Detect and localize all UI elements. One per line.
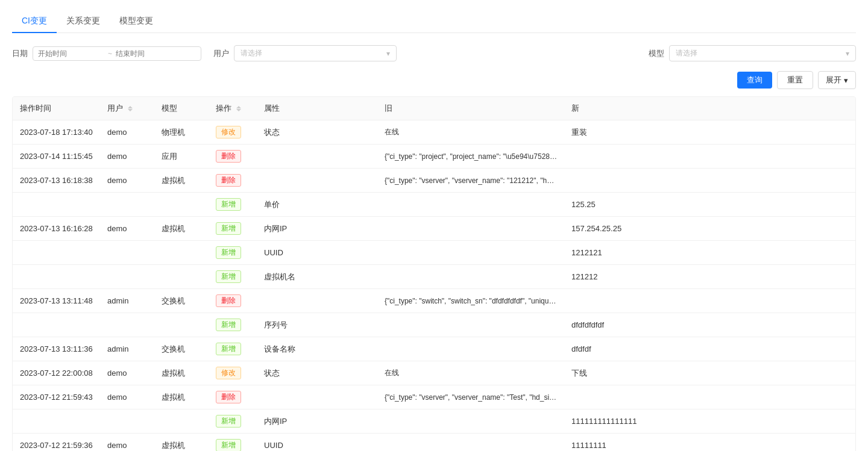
op-badge: 新增: [216, 343, 241, 355]
cell-model: 虚拟机: [154, 385, 209, 409]
cell-attr: [257, 385, 377, 409]
date-range-picker[interactable]: ~: [33, 46, 201, 61]
user-filter-group: 用户 请选择 ▾: [213, 45, 397, 61]
cell-new: 121212: [564, 265, 855, 289]
cell-user: demo: [100, 434, 154, 452]
user-sort-icon[interactable]: [128, 106, 133, 111]
cell-attr: 内网IP: [257, 409, 377, 434]
cell-model: [154, 265, 209, 289]
cell-user: admin: [100, 289, 154, 313]
op-badge: 新增: [216, 246, 241, 259]
expand-button[interactable]: 展开 ▾: [818, 71, 856, 89]
col-header-user: 用户: [100, 97, 154, 120]
change-table: 操作时间 用户 模型 操作: [12, 96, 856, 451]
cell-old: {"ci_type": "vserver", "vserver_name": "…: [377, 385, 564, 409]
cell-time: [13, 241, 100, 265]
cell-time: 2023-07-13 13:11:48: [13, 289, 100, 313]
tab-relation[interactable]: 关系变更: [57, 10, 110, 33]
cell-attr: 单价: [257, 193, 377, 217]
col-header-model: 模型: [154, 97, 209, 120]
page-wrapper: CI变更 关系变更 模型变更 日期 ~ 用户 请选择 ▾ 模型 请选择 ▾: [0, 0, 868, 451]
cell-old: [377, 313, 564, 337]
tab-model[interactable]: 模型变更: [110, 10, 163, 33]
cell-old: [377, 241, 564, 265]
op-badge: 修改: [216, 126, 241, 138]
cell-old: {"ci_type": "project", "project_name": "…: [377, 145, 564, 169]
action-row: 查询 重置 展开 ▾: [12, 71, 856, 89]
cell-new: dfdfdfdfdf: [564, 313, 855, 337]
cell-op: 修改: [209, 120, 257, 145]
cell-model: 交换机: [154, 289, 209, 313]
cell-op: 新增: [209, 409, 257, 434]
tab-ci[interactable]: CI变更: [12, 10, 57, 33]
cell-op: 新增: [209, 265, 257, 289]
cell-old: 在线: [377, 120, 564, 145]
cell-old: {"ci_type": "vserver", "vserver_name": "…: [377, 169, 564, 193]
table-row: 新增 虚拟机名 121212: [13, 265, 855, 289]
cell-attr: 状态: [257, 120, 377, 145]
expand-chevron-icon: ▾: [844, 76, 848, 85]
cell-user: demo: [100, 217, 154, 241]
query-button[interactable]: 查询: [737, 72, 772, 89]
cell-time: 2023-07-13 13:11:36: [13, 337, 100, 361]
date-label: 日期: [12, 48, 28, 59]
model-select[interactable]: 请选择 ▾: [669, 45, 856, 61]
cell-user: admin: [100, 337, 154, 361]
cell-time: [13, 265, 100, 289]
cell-attr: UUID: [257, 434, 377, 452]
user-select-arrow-icon: ▾: [386, 49, 390, 58]
op-badge: 删除: [216, 391, 241, 403]
cell-old: [377, 193, 564, 217]
table-row: 2023-07-18 17:13:40 demo 物理机 修改 状态 在线 重装: [13, 120, 855, 145]
table-row: 2023-07-13 13:11:48 admin 交换机 删除 {"ci_ty…: [13, 289, 855, 313]
user-label: 用户: [213, 48, 229, 59]
table-header-row: 操作时间 用户 模型 操作: [13, 97, 855, 120]
cell-model: [154, 409, 209, 434]
table-row: 2023-07-12 21:59:43 demo 虚拟机 删除 {"ci_typ…: [13, 385, 855, 409]
cell-model: 虚拟机: [154, 169, 209, 193]
cell-op: 新增: [209, 241, 257, 265]
cell-model: [154, 313, 209, 337]
cell-op: 修改: [209, 361, 257, 385]
cell-op: 删除: [209, 145, 257, 169]
cell-time: 2023-07-13 16:18:38: [13, 169, 100, 193]
model-select-arrow-icon: ▾: [846, 49, 849, 58]
col-header-new: 新: [564, 97, 855, 120]
op-sort-icon[interactable]: [236, 106, 241, 111]
tabs-bar: CI变更 关系变更 模型变更: [12, 10, 856, 33]
date-start-input[interactable]: [38, 49, 104, 58]
cell-new: [564, 385, 855, 409]
user-select[interactable]: 请选择 ▾: [234, 45, 397, 61]
reset-button[interactable]: 重置: [777, 71, 813, 89]
cell-new: 125.25: [564, 193, 855, 217]
cell-op: 删除: [209, 289, 257, 313]
table-row: 新增 序列号 dfdfdfdfdf: [13, 313, 855, 337]
filter-row: 日期 ~ 用户 请选择 ▾ 模型 请选择 ▾: [12, 45, 856, 61]
cell-model: 虚拟机: [154, 434, 209, 452]
cell-user: demo: [100, 385, 154, 409]
cell-old: [377, 217, 564, 241]
cell-time: 2023-07-13 16:16:28: [13, 217, 100, 241]
col-header-op: 操作: [209, 97, 257, 120]
cell-old: {"ci_type": "switch", "switch_sn": "dfdf…: [377, 289, 564, 313]
cell-time: [13, 313, 100, 337]
cell-model: 应用: [154, 145, 209, 169]
cell-attr: [257, 145, 377, 169]
cell-time: 2023-07-12 22:00:08: [13, 361, 100, 385]
cell-attr: [257, 169, 377, 193]
cell-op: 新增: [209, 337, 257, 361]
cell-attr: 虚拟机名: [257, 265, 377, 289]
table-row: 新增 内网IP 111111111111111: [13, 409, 855, 434]
table-row: 2023-07-13 16:18:38 demo 虚拟机 删除 {"ci_typ…: [13, 169, 855, 193]
cell-new: 157.254.25.25: [564, 217, 855, 241]
cell-op: 删除: [209, 385, 257, 409]
cell-user: [100, 313, 154, 337]
col-header-old: 旧: [377, 97, 564, 120]
date-end-input[interactable]: [116, 49, 182, 58]
col-header-time: 操作时间: [13, 97, 100, 120]
op-badge: 新增: [216, 198, 241, 211]
cell-attr: [257, 289, 377, 313]
cell-user: [100, 265, 154, 289]
cell-user: demo: [100, 120, 154, 145]
table-row: 新增 UUID 1212121: [13, 241, 855, 265]
